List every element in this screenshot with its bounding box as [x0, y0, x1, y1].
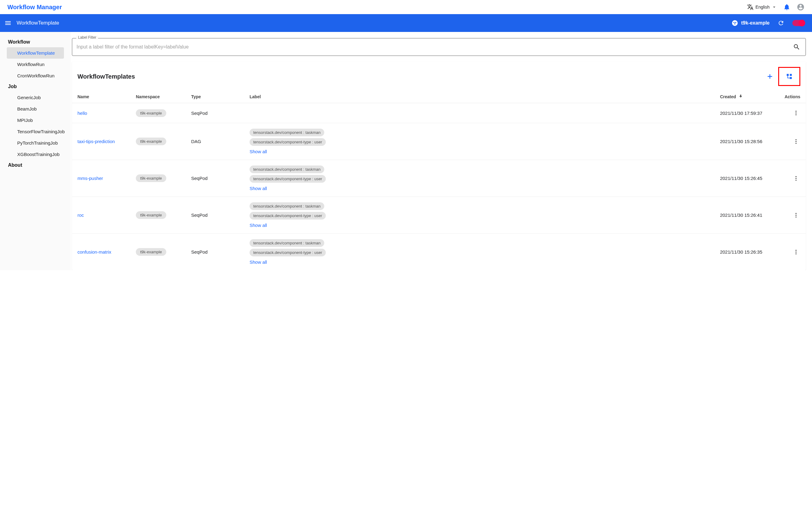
show-all-link[interactable]: Show all	[250, 149, 267, 154]
svg-point-2	[735, 22, 736, 23]
more-actions-icon[interactable]	[792, 109, 800, 117]
svg-point-0	[732, 20, 737, 26]
table-header-row: Name Namespace Type Label Created Action…	[72, 90, 806, 103]
label-chip: tensorstack.dev/component : taskman	[250, 202, 324, 210]
namespace-icon	[732, 20, 738, 26]
more-actions-icon[interactable]	[792, 248, 800, 256]
template-name-link[interactable]: mms-pusher	[77, 176, 103, 181]
table-row: mms-pushert9k-exampleSeqPodtensorstack.d…	[72, 160, 806, 197]
templates-panel: WorkflowTemplates	[72, 61, 806, 270]
created-cell: 2021/11/30 17:59:37	[715, 103, 779, 123]
account-icon[interactable]	[797, 3, 805, 11]
created-cell: 2021/11/30 15:26:45	[715, 160, 779, 197]
sidebar-group-title: About	[1, 160, 69, 170]
sidebar-item[interactable]: BeamJob	[7, 103, 64, 114]
label-chip: tensorstack.dev/component : taskman	[250, 239, 324, 247]
sidebar-item[interactable]: TensorFlowTrainingJob	[7, 126, 64, 137]
created-cell: 2021/11/30 15:28:56	[715, 123, 779, 160]
namespace-chip: t9k-example	[136, 174, 166, 182]
sidebar-item[interactable]: XGBoostTrainingJob	[7, 149, 64, 160]
more-actions-icon[interactable]	[792, 137, 800, 146]
svg-point-20	[795, 251, 796, 252]
sidebar-item[interactable]: WorkflowTemplate	[7, 47, 64, 59]
svg-point-18	[795, 217, 796, 218]
namespace-chip: t9k-example	[136, 211, 166, 219]
toggle-switch[interactable]	[792, 20, 805, 26]
template-name-link[interactable]: confusion-matrix	[77, 249, 111, 255]
sidebar-item[interactable]: WorkflowRun	[7, 59, 64, 70]
panel-actions	[763, 67, 800, 86]
refresh-icon[interactable]	[777, 20, 784, 26]
panel-header: WorkflowTemplates	[72, 61, 806, 90]
col-header-type[interactable]: Type	[186, 90, 244, 103]
label-cell: tensorstack.dev/component : taskmantenso…	[244, 123, 715, 160]
sidebar-item[interactable]: MPIJob	[7, 114, 64, 126]
sidebar-group-title: Workflow	[1, 37, 69, 47]
col-header-name[interactable]: Name	[72, 90, 130, 103]
table-row: confusion-matrixt9k-exampleSeqPodtensors…	[72, 234, 806, 270]
sub-header: WorkflowTemplate t9k-example	[0, 14, 812, 32]
svg-rect-5	[790, 74, 792, 76]
col-header-actions: Actions	[779, 90, 806, 103]
label-chip: tensorstack.dev/component-type : user	[250, 175, 326, 183]
sidebar: WorkflowWorkflowTemplateWorkflowRunCronW…	[0, 32, 71, 270]
top-header: Workflow Manager English	[0, 0, 812, 14]
label-filter-input[interactable]	[76, 44, 790, 50]
language-select[interactable]: English	[747, 4, 777, 10]
toggle-knob	[799, 20, 805, 26]
svg-point-16	[795, 213, 796, 214]
col-header-namespace[interactable]: Namespace	[130, 90, 186, 103]
more-actions-icon[interactable]	[792, 211, 800, 220]
sub-header-left: WorkflowTemplate	[4, 19, 59, 27]
page-title: WorkflowTemplate	[17, 20, 59, 26]
sidebar-item[interactable]: PyTorchTrainingJob	[7, 137, 64, 149]
label-cell: tensorstack.dev/component : taskmantenso…	[244, 234, 715, 270]
chevron-down-icon	[771, 4, 777, 10]
label-cell	[244, 103, 715, 123]
search-icon[interactable]	[793, 43, 800, 51]
created-cell: 2021/11/30 15:26:41	[715, 197, 779, 234]
template-name-link[interactable]: roc	[77, 213, 84, 218]
show-all-link[interactable]: Show all	[250, 259, 267, 265]
label-cell: tensorstack.dev/component : taskmantenso…	[244, 197, 715, 234]
svg-point-13	[795, 176, 796, 177]
sub-header-right: t9k-example	[732, 20, 805, 26]
svg-point-9	[795, 114, 796, 115]
svg-point-21	[795, 253, 796, 254]
type-cell: SeqPod	[186, 234, 244, 270]
svg-point-17	[795, 215, 796, 216]
col-header-created[interactable]: Created	[715, 90, 779, 103]
show-all-link[interactable]: Show all	[250, 186, 267, 191]
type-cell: SeqPod	[186, 103, 244, 123]
label-chip: tensorstack.dev/component-type : user	[250, 212, 326, 220]
svg-point-19	[795, 250, 796, 251]
main-content: Label Filter WorkflowTemplates	[71, 32, 812, 270]
svg-point-8	[795, 112, 796, 113]
type-cell: SeqPod	[186, 197, 244, 234]
panel-title: WorkflowTemplates	[77, 73, 135, 80]
notifications-icon[interactable]	[783, 3, 791, 11]
svg-point-15	[795, 180, 796, 180]
svg-rect-6	[790, 77, 792, 79]
sidebar-item[interactable]: GenericJob	[7, 92, 64, 103]
template-name-link[interactable]: taxi-tips-prediction	[77, 139, 115, 144]
show-all-link[interactable]: Show all	[250, 223, 267, 228]
menu-icon[interactable]	[4, 19, 12, 27]
template-name-link[interactable]: hello	[77, 110, 87, 116]
add-button[interactable]	[763, 71, 776, 82]
type-cell: SeqPod	[186, 160, 244, 197]
app-logo[interactable]: Workflow Manager	[7, 4, 62, 11]
sidebar-item[interactable]: CronWorkflowRun	[7, 70, 64, 81]
svg-point-11	[795, 141, 796, 142]
table-row: roct9k-exampleSeqPodtensorstack.dev/comp…	[72, 197, 806, 234]
namespace-select[interactable]: t9k-example	[732, 20, 770, 26]
label-chip: tensorstack.dev/component : taskman	[250, 129, 324, 136]
created-cell: 2021/11/30 15:26:35	[715, 234, 779, 270]
svg-point-3	[734, 23, 736, 24]
svg-point-10	[795, 139, 796, 140]
tree-view-button[interactable]	[778, 67, 800, 86]
table-row: taxi-tips-predictiont9k-exampleDAGtensor…	[72, 123, 806, 160]
sidebar-group-title: Job	[1, 81, 69, 92]
col-header-label[interactable]: Label	[244, 90, 715, 103]
more-actions-icon[interactable]	[792, 174, 800, 183]
